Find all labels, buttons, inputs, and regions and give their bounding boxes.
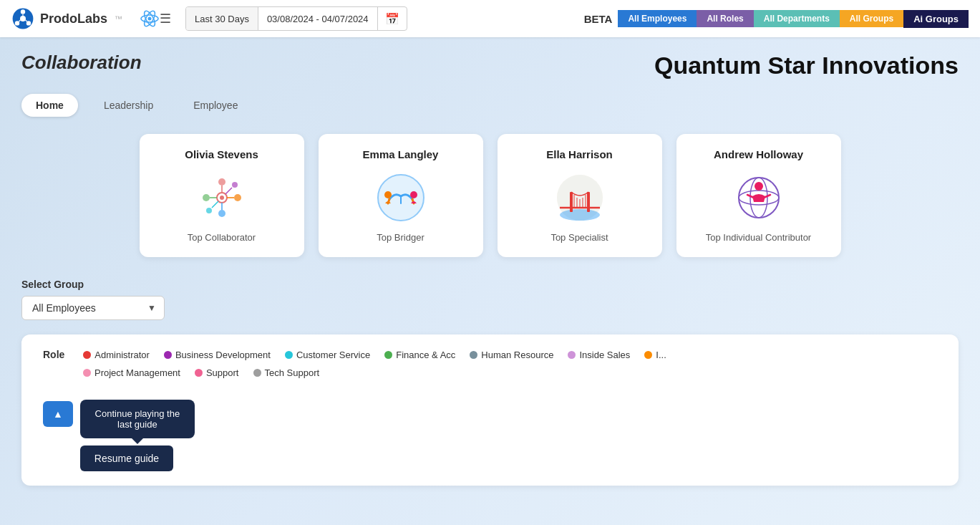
card-role-andrew: Top Individual Contributor	[706, 232, 811, 243]
calendar-icon[interactable]: 📅	[377, 7, 407, 30]
role-dot-tech-support	[253, 369, 261, 377]
role-item-finance: Finance & Acc	[384, 350, 455, 360]
card-name-emma: Emma Langley	[363, 148, 439, 160]
role-item-support: Support	[195, 367, 239, 378]
role-dot-human-resource	[470, 351, 477, 359]
filter-pills: All Employees All Roles All Departments …	[618, 10, 903, 27]
svg-point-24	[206, 208, 212, 213]
card-icon-contributor	[733, 172, 785, 223]
card-name-olivia: Olivia Stevens	[185, 148, 258, 160]
tooltip-bubble: Continue playing the last guide	[80, 400, 195, 438]
svg-point-11	[148, 17, 152, 21]
role-label-human-resource: Human Resource	[481, 350, 553, 360]
role-dot-other	[644, 351, 652, 359]
filter-all-employees[interactable]: All Employees	[618, 10, 697, 27]
date-filter[interactable]: Last 30 Days 03/08/2024 - 04/07/2024 📅	[185, 6, 407, 31]
resume-guide-button[interactable]: Resume guide	[80, 445, 173, 471]
card-name-andrew: Andrew Holloway	[714, 148, 803, 160]
atom-icon	[140, 9, 160, 29]
header: ProdoLabs ™ ☰ Last 30 Days 03/08/2024 - …	[0, 0, 980, 37]
page-title: Collaboration	[21, 52, 142, 74]
tab-employee[interactable]: Employee	[179, 94, 252, 117]
role-label-inside-sales: Inside Sales	[579, 350, 630, 360]
person-cards: Olivia Stevens	[21, 134, 959, 257]
role-item-inside-sales: Inside Sales	[568, 350, 630, 360]
filter-all-roles[interactable]: All Roles	[697, 10, 753, 27]
filter-all-groups[interactable]: All Groups	[840, 10, 903, 27]
role-dot-customer-service	[285, 351, 293, 359]
role-label-business-development: Business Development	[175, 350, 271, 360]
role-label-tech-support: Tech Support	[265, 367, 320, 378]
svg-point-13	[220, 196, 224, 200]
menu-icon[interactable]: ☰	[160, 11, 171, 27]
tabs: Home Leadership Employee	[21, 94, 959, 117]
svg-point-14	[218, 178, 225, 186]
company-name: Quantum Star Innovations	[654, 52, 959, 80]
select-group-section: Select Group All Employees Leadership Te…	[21, 279, 959, 334]
svg-line-23	[225, 188, 232, 194]
card-role-ella: Top Specialist	[550, 232, 608, 243]
date-label: Last 30 Days	[186, 7, 258, 30]
svg-point-2	[21, 9, 25, 14]
tab-leadership[interactable]: Leadership	[89, 94, 168, 117]
svg-point-28	[384, 191, 392, 198]
filter-all-departments[interactable]: All Departments	[754, 10, 840, 27]
svg-point-20	[203, 194, 210, 201]
logo-trademark: ™	[115, 14, 122, 23]
bottom-row: ▲ Continue playing the last guide Resume…	[43, 392, 937, 471]
role-label-project-management: Project Management	[94, 367, 180, 378]
role-legend-row2: Project Management Support Tech Support	[43, 367, 937, 378]
svg-rect-33	[570, 192, 573, 212]
svg-point-18	[218, 210, 225, 217]
select-group-label: Select Group	[21, 279, 959, 290]
select-group-dropdown[interactable]: All Employees Leadership Team A Team B	[21, 296, 165, 320]
logo-text: ProdoLabs	[40, 11, 107, 27]
card-olivia-stevens[interactable]: Olivia Stevens	[140, 134, 304, 257]
role-item-tech-support: Tech Support	[253, 367, 320, 378]
svg-point-32	[560, 209, 600, 221]
logo-area: ProdoLabs ™	[11, 7, 160, 30]
card-andrew-holloway[interactable]: Andrew Holloway Top Individual Contribut…	[676, 134, 841, 257]
card-icon-bridger	[375, 172, 427, 223]
card-ella-harrison[interactable]: Ella Harrison	[498, 134, 662, 257]
svg-point-4	[15, 21, 19, 25]
ai-groups-button[interactable]: Ai Groups	[903, 10, 969, 28]
svg-line-25	[212, 201, 218, 208]
card-icon-collaborator	[196, 172, 248, 223]
role-item-customer-service: Customer Service	[285, 350, 370, 360]
role-item-project-management: Project Management	[83, 367, 180, 378]
card-emma-langley[interactable]: Emma Langley Top Brid	[319, 134, 483, 257]
beta-badge: BETA	[584, 13, 613, 25]
svg-point-44	[755, 182, 763, 191]
card-icon-specialist	[554, 172, 606, 223]
role-dot-support	[195, 369, 203, 377]
role-dot-inside-sales	[568, 351, 576, 359]
svg-point-1	[20, 16, 26, 21]
card-name-ella: Ella Harrison	[546, 148, 613, 160]
main-content: Collaboration Quantum Star Innovations H…	[0, 37, 980, 525]
role-item-other: I...	[644, 350, 666, 360]
tab-home[interactable]: Home	[21, 94, 78, 117]
scroll-up-button[interactable]: ▲	[43, 401, 73, 427]
role-dot-administrator	[83, 351, 91, 359]
svg-point-3	[26, 21, 31, 25]
svg-point-16	[234, 194, 241, 201]
date-range: 03/08/2024 - 04/07/2024	[258, 7, 377, 30]
svg-point-29	[410, 191, 417, 198]
svg-point-22	[232, 182, 238, 188]
logo: ProdoLabs ™	[11, 7, 122, 30]
role-label-customer-service: Customer Service	[296, 350, 370, 360]
role-dot-project-management	[83, 369, 91, 377]
select-group-wrapper: All Employees Leadership Team A Team B ▼	[21, 296, 165, 320]
role-item-administrator: Administrator	[83, 350, 150, 360]
role-label-administrator: Administrator	[94, 350, 150, 360]
svg-rect-34	[587, 192, 590, 212]
logo-icon	[11, 7, 34, 30]
role-legend: Role Administrator Business Development …	[43, 349, 937, 360]
role-item-business-development: Business Development	[164, 350, 271, 360]
role-legend-label: Role	[43, 349, 64, 360]
role-label-finance: Finance & Acc	[396, 350, 455, 360]
role-item-human-resource: Human Resource	[470, 350, 553, 360]
card-role-olivia: Top Collaborator	[188, 232, 256, 243]
role-dot-business-development	[164, 351, 172, 359]
